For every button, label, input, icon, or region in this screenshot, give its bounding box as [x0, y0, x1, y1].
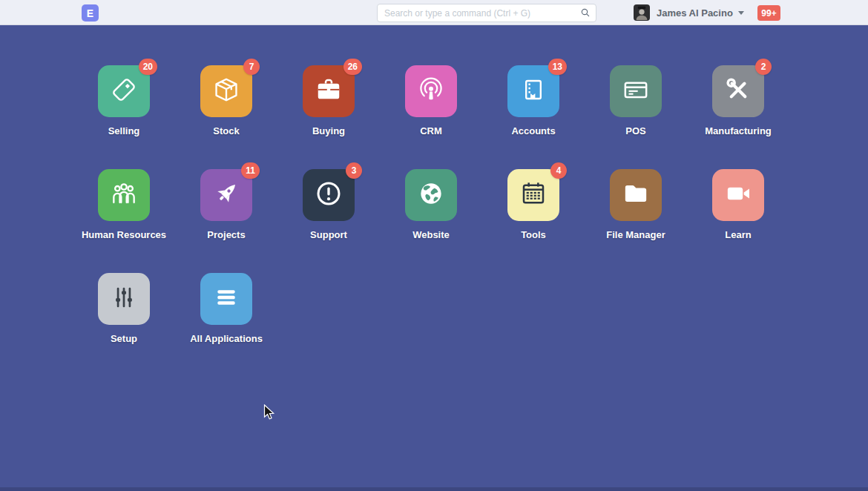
module-tile[interactable]: [712, 169, 764, 221]
open-count-badge: 7: [243, 59, 260, 75]
notification-badge[interactable]: 99+: [757, 5, 780, 21]
search-input[interactable]: [377, 4, 596, 22]
global-search: [377, 4, 596, 22]
open-count-badge: 2: [755, 59, 772, 75]
module-tile[interactable]: [610, 65, 662, 117]
module-crm[interactable]: CRM: [380, 65, 482, 169]
module-label: Website: [412, 229, 450, 240]
module-label: Buying: [312, 125, 345, 136]
module-label: Setup: [111, 333, 137, 344]
open-count-badge: 20: [139, 59, 157, 75]
module-all-applications[interactable]: All Applications: [175, 273, 277, 377]
open-count-badge: 13: [548, 59, 567, 75]
module-tile[interactable]: [610, 169, 662, 221]
folder-icon: [621, 179, 651, 211]
module-manufacturing[interactable]: 2Manufacturing: [687, 65, 789, 169]
module-setup[interactable]: Setup: [73, 273, 175, 377]
open-count-badge: 11: [241, 162, 260, 179]
module-label: POS: [625, 125, 645, 136]
app-logo[interactable]: E: [82, 4, 99, 22]
ledger-book-icon: [519, 76, 548, 107]
module-tile[interactable]: [98, 169, 150, 221]
module-buying[interactable]: 26Buying: [277, 65, 380, 169]
open-count-badge: 3: [346, 162, 362, 179]
module-label: Support: [310, 229, 347, 240]
module-label: Accounts: [511, 125, 555, 136]
mouse-cursor: [263, 404, 276, 424]
module-label: Human Resources: [82, 229, 166, 240]
module-support[interactable]: 3Support: [277, 169, 380, 273]
search-icon[interactable]: [579, 7, 591, 22]
module-website[interactable]: Website: [380, 169, 482, 273]
module-label: CRM: [420, 125, 442, 136]
open-count-badge: 26: [343, 59, 362, 75]
globe-icon: [416, 179, 446, 211]
module-tile[interactable]: 20: [98, 65, 150, 117]
rocket-icon: [211, 179, 241, 211]
module-tile[interactable]: [405, 65, 457, 117]
module-tile[interactable]: 2: [712, 65, 764, 117]
module-label: File Manager: [606, 229, 665, 240]
module-tile[interactable]: 7: [200, 65, 252, 117]
module-pos[interactable]: POS: [585, 65, 687, 169]
user-name: James Al Pacino: [657, 7, 733, 19]
module-tile[interactable]: 26: [303, 65, 355, 117]
module-tile[interactable]: 3: [303, 169, 355, 221]
avatar: [634, 4, 650, 21]
module-label: Manufacturing: [705, 125, 772, 136]
module-tile[interactable]: [98, 273, 150, 325]
sliders-icon: [110, 283, 138, 314]
module-accounts[interactable]: 13Accounts: [482, 65, 585, 169]
module-tile[interactable]: 11: [200, 169, 252, 221]
module-tools[interactable]: 4Tools: [482, 169, 585, 273]
podcast-icon: [417, 76, 445, 107]
wrench-screwdriver-icon: [723, 75, 753, 108]
module-stock[interactable]: 7Stock: [175, 65, 277, 169]
module-tile[interactable]: 4: [507, 169, 559, 221]
calendar-icon: [519, 179, 548, 211]
module-projects[interactable]: 11Projects: [175, 169, 277, 273]
module-tile[interactable]: [405, 169, 457, 221]
menu-icon: [211, 283, 241, 315]
module-tile[interactable]: 13: [507, 65, 559, 117]
module-label: Selling: [108, 125, 140, 136]
chevron-down-icon: [738, 11, 744, 15]
module-file-manager[interactable]: File Manager: [585, 169, 687, 273]
module-selling[interactable]: 20Selling: [73, 65, 175, 169]
top-navbar: E James Al Pacino 99+: [0, 0, 868, 25]
alert-circle-icon: [314, 179, 343, 211]
module-label: Tools: [521, 229, 546, 240]
module-label: Stock: [213, 125, 239, 136]
module-label: Learn: [725, 229, 751, 240]
card-icon: [621, 75, 651, 108]
module-learn[interactable]: Learn: [687, 169, 789, 273]
module-human-resources[interactable]: Human Resources: [73, 169, 175, 273]
module-grid: 20Selling7Stock26BuyingCRM13AccountsPOS2…: [73, 65, 789, 377]
module-tile[interactable]: [200, 273, 252, 325]
video-camera-icon: [723, 179, 753, 211]
people-icon: [109, 179, 139, 211]
box-icon: [212, 76, 240, 107]
module-label: All Applications: [190, 333, 263, 344]
module-label: Projects: [207, 229, 245, 240]
briefcase-icon: [315, 76, 343, 107]
open-count-badge: 4: [550, 162, 567, 179]
user-menu[interactable]: James Al Pacino: [634, 0, 744, 25]
bottom-edge: [0, 487, 868, 491]
tag-icon: [110, 76, 138, 107]
